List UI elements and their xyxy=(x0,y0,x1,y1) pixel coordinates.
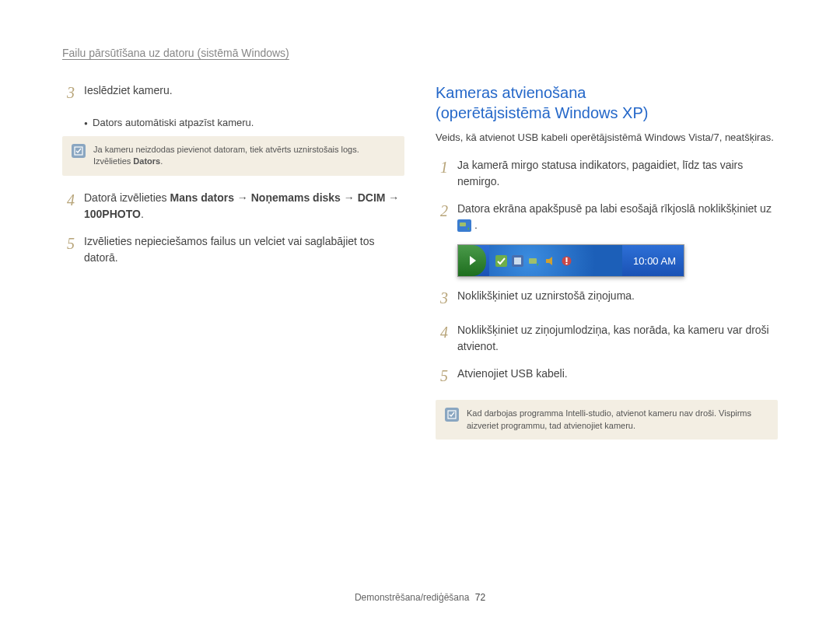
footer-page-number: 72 xyxy=(475,592,485,603)
note-text: Ja kameru neizdodas pievienot datoram, t… xyxy=(93,144,395,168)
r-step-2: 2 Datora ekrāna apakšpusē pa labi esošaj… xyxy=(436,201,778,233)
svg-rect-6 xyxy=(529,258,537,264)
step-number: 3 xyxy=(62,81,79,104)
step-text: Noklikšķiniet uz ziņojumlodziņa, kas nor… xyxy=(457,322,778,355)
tray-icon xyxy=(495,255,507,267)
step4-a: Datorā izvēlieties xyxy=(84,191,170,204)
tray-icon xyxy=(561,255,572,267)
svg-rect-9 xyxy=(566,263,568,264)
step-number: 4 xyxy=(436,321,453,344)
note-icon xyxy=(72,144,86,158)
note-box-1: Ja kameru neizdodas pievienot datoram, t… xyxy=(62,136,404,176)
step-text: Atvienojiet USB kabeli. xyxy=(457,366,568,382)
footer-section: Demonstrēšana/rediģēšana xyxy=(355,592,469,603)
content-columns: 3 Ieslēdziet kameru. Dators automātiski … xyxy=(62,82,778,454)
taskbar-clock: 10:00 AM xyxy=(622,255,684,267)
system-tray xyxy=(489,245,622,276)
left-column: 3 Ieslēdziet kameru. Dators automātiski … xyxy=(62,82,404,454)
step4-c: . xyxy=(141,208,144,220)
step-number: 4 xyxy=(62,188,79,212)
svg-rect-3 xyxy=(495,255,507,267)
step-number: 5 xyxy=(62,232,79,255)
step-number: 1 xyxy=(436,156,453,179)
svg-rect-8 xyxy=(566,257,568,262)
note1-bold: Dators xyxy=(133,156,160,166)
s2-a: Datora ekrāna apakšpusē pa labi esošajā … xyxy=(457,202,772,215)
step-text: Izvēlieties nepieciešamos failus un velc… xyxy=(84,233,404,266)
r-step-1: 1 Ja kamerā mirgo statusa indikators, pa… xyxy=(436,157,778,190)
step-5: 5 Izvēlieties nepieciešamos failus un ve… xyxy=(62,233,404,266)
step-text: Ja kamerā mirgo statusa indikators, paga… xyxy=(457,157,778,190)
step-4: 4 Datorā izvēlieties Mans dators → Noņem… xyxy=(62,190,404,222)
svg-rect-5 xyxy=(514,257,521,264)
svg-rect-2 xyxy=(460,222,466,226)
intro-note: Veids, kā atvienot USB kabeli operētājsi… xyxy=(436,131,778,145)
step-text: Datorā izvēlieties Mans dators → Noņemam… xyxy=(84,190,404,222)
note-box-2: Kad darbojas programma Intelli-studio, a… xyxy=(436,400,778,440)
step-number: 2 xyxy=(436,199,453,222)
title-l1: Kameras atvienošana xyxy=(436,84,586,101)
step-text: Datora ekrāna apakšpusē pa labi esošajā … xyxy=(457,201,778,233)
r-step-4: 4 Noklikšķiniet uz ziņojumlodziņa, kas n… xyxy=(436,322,778,355)
step-3: 3 Ieslēdziet kameru. xyxy=(62,82,404,106)
page-footer: Demonstrēšana/rediģēšana 72 xyxy=(0,592,840,603)
s2-b: . xyxy=(474,219,478,231)
note-icon xyxy=(445,408,459,422)
title-l2: (operētājsistēmā Windows XP) xyxy=(436,104,648,121)
tray-icon xyxy=(544,255,556,267)
note-text: Kad darbojas programma Intelli-studio, a… xyxy=(467,408,768,432)
r-step-5: 5 Atvienojiet USB kabeli. xyxy=(436,366,778,389)
step-text: Noklikšķiniet uz uznirstošā ziņojuma. xyxy=(457,288,635,304)
safely-remove-icon xyxy=(457,219,471,232)
step-number: 3 xyxy=(436,286,453,310)
tray-icon xyxy=(528,255,540,267)
r-step-3: 3 Noklikšķiniet uz uznirstošā ziņojuma. xyxy=(436,288,778,311)
step-text: Ieslēdziet kameru. xyxy=(84,82,173,99)
note1-part-c: . xyxy=(160,156,163,166)
step-number: 5 xyxy=(436,364,453,387)
tray-icon xyxy=(512,255,523,267)
breadcrumb: Failu pārsūtīšana uz datoru (sistēmā Win… xyxy=(62,47,778,59)
bullet-auto-recognize: Dators automātiski atpazīst kameru. xyxy=(84,117,404,128)
right-column: Kameras atvienošana (operētājsistēmā Win… xyxy=(436,82,778,454)
start-button xyxy=(458,245,486,276)
taskbar-screenshot: 10:00 AM xyxy=(457,244,684,277)
section-title: Kameras atvienošana (operētājsistēmā Win… xyxy=(436,82,778,123)
